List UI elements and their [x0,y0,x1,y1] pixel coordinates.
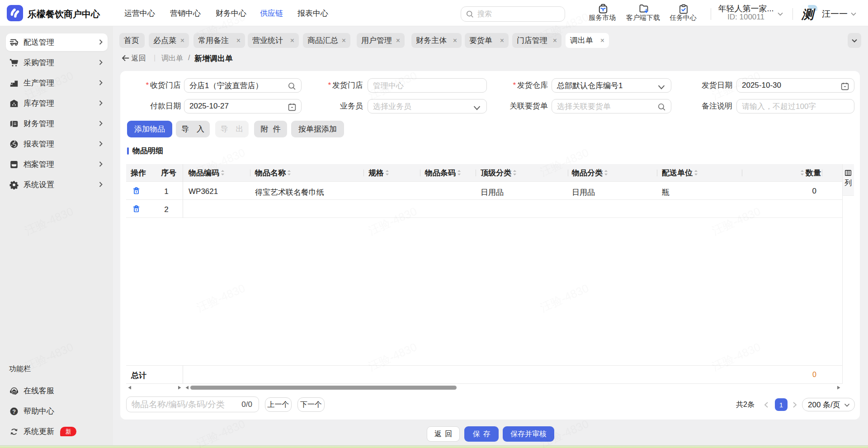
svg-text:?: ? [12,409,16,415]
